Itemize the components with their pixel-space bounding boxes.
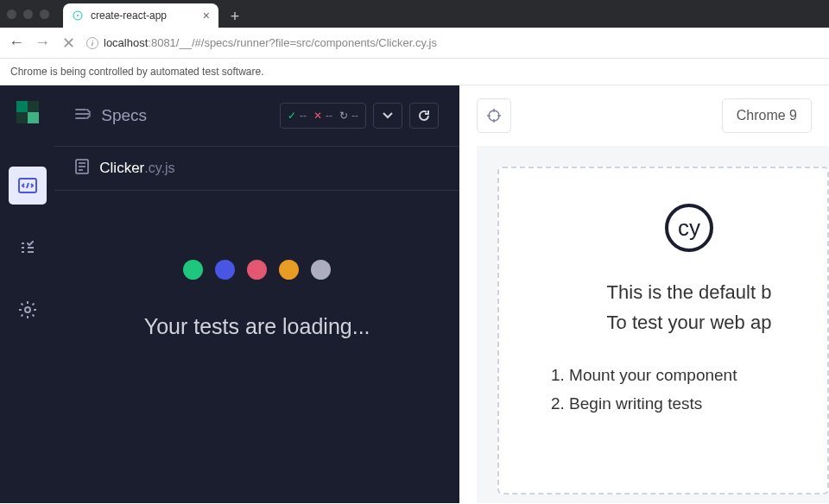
tab-favicon-icon xyxy=(72,9,84,22)
fail-count: -- xyxy=(326,110,332,122)
new-tab-button[interactable]: + xyxy=(224,5,246,28)
tab-strip: create-react-app × + xyxy=(63,0,246,28)
automation-banner: Chrome is being controlled by automated … xyxy=(0,59,829,85)
spec-stats: ✓-- ✕-- ↻-- xyxy=(280,103,439,129)
rerun-button[interactable] xyxy=(409,103,439,129)
close-tab-icon[interactable]: × xyxy=(203,9,210,22)
crosshair-icon xyxy=(486,108,502,123)
loading-dot-icon xyxy=(215,260,235,280)
url-host: localhost xyxy=(104,36,148,49)
cypress-cy-logo-icon: cy xyxy=(664,203,714,256)
selector-button[interactable] xyxy=(477,98,511,133)
back-button[interactable]: ← xyxy=(9,34,24,52)
loading-dot-icon xyxy=(247,260,267,280)
address-bar[interactable]: i localhost:8081/__/#/specs/runner?file=… xyxy=(86,36,820,49)
step-2: 2. Begin writing tests xyxy=(551,390,827,418)
cypress-logo-icon xyxy=(16,101,39,123)
loading-dot-icon xyxy=(279,260,299,280)
preview-default-card: cy This is the default b To test your we… xyxy=(497,167,829,495)
maximize-window-icon[interactable] xyxy=(40,9,49,19)
spec-file-row[interactable]: Clicker.cy.js xyxy=(54,146,459,191)
browser-tab[interactable]: create-react-app × xyxy=(63,3,218,28)
browser-label: Chrome 9 xyxy=(737,108,797,123)
loading-area: Your tests are loading... xyxy=(54,191,459,503)
fail-icon: ✕ xyxy=(313,110,322,122)
loading-dot-icon xyxy=(183,260,203,280)
reload-button[interactable]: ✕ xyxy=(60,34,76,53)
expand-icon[interactable] xyxy=(75,108,91,123)
sidebar-nav xyxy=(9,167,47,329)
sidebar xyxy=(0,85,54,503)
loading-dots xyxy=(183,260,331,280)
gear-icon xyxy=(18,300,37,319)
spec-title: Specs xyxy=(101,106,147,125)
stat-box: ✓-- ✕-- ↻-- xyxy=(280,103,366,129)
file-icon xyxy=(75,159,89,178)
browser-selector[interactable]: Chrome 9 xyxy=(722,98,812,133)
loading-dot-icon xyxy=(311,260,331,280)
site-info-icon[interactable]: i xyxy=(86,37,98,49)
dropdown-button[interactable] xyxy=(373,103,402,129)
reload-icon xyxy=(418,110,430,122)
pass-icon: ✓ xyxy=(288,110,296,122)
code-icon xyxy=(18,178,37,193)
spec-header: Specs ✓-- ✕-- ↻-- xyxy=(54,85,459,146)
preview-panel: Chrome 9 cy This is the default b To tes… xyxy=(459,85,829,503)
url-bar-row: ← → ✕ i localhost:8081/__/#/specs/runner… xyxy=(0,28,829,59)
url-path: /__/#/specs/runner?file=src/components/C… xyxy=(176,36,437,49)
file-extension: .cy.js xyxy=(144,161,174,175)
runs-icon xyxy=(19,241,36,255)
file-name: Clicker xyxy=(99,160,144,176)
preview-heading: This is the default b To test your web a… xyxy=(607,277,772,337)
preview-steps: 1. Mount your component 2. Begin writing… xyxy=(551,362,827,418)
pass-count: -- xyxy=(300,110,307,122)
preview-toolbar: Chrome 9 xyxy=(459,85,829,146)
close-window-icon[interactable] xyxy=(7,9,16,19)
preview-body: cy This is the default b To test your we… xyxy=(477,146,829,503)
svg-point-3 xyxy=(25,307,30,312)
minimize-window-icon[interactable] xyxy=(23,9,33,19)
url-port: :8081 xyxy=(148,36,176,49)
spec-panel: Specs ✓-- ✕-- ↻-- Cl xyxy=(54,85,459,503)
sidebar-item-specs[interactable] xyxy=(9,167,47,205)
retry-icon: ↻ xyxy=(339,110,348,122)
chevron-down-icon xyxy=(383,112,393,119)
tab-title: create-react-app xyxy=(91,9,167,22)
main-content: Specs ✓-- ✕-- ↻-- Cl xyxy=(0,85,829,503)
sidebar-item-runs[interactable] xyxy=(9,229,47,267)
sidebar-item-settings[interactable] xyxy=(9,291,47,329)
svg-text:cy: cy xyxy=(678,215,700,241)
svg-point-1 xyxy=(77,15,79,16)
retry-count: -- xyxy=(351,110,358,122)
automation-message: Chrome is being controlled by automated … xyxy=(10,66,263,78)
loading-message: Your tests are loading... xyxy=(144,314,370,339)
step-1: 1. Mount your component xyxy=(551,362,827,389)
window-controls xyxy=(7,9,49,19)
forward-button[interactable]: → xyxy=(35,34,50,52)
browser-tab-strip: create-react-app × + xyxy=(0,0,829,28)
